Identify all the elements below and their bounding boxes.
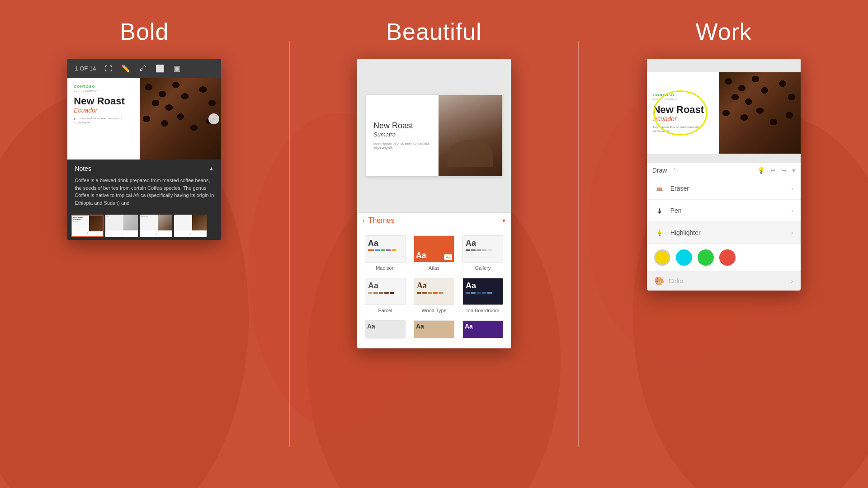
theme-more-2[interactable]: Aa [410, 317, 458, 345]
eraser-icon [654, 183, 665, 194]
theme-ion-boardroom-label: Ion Boardroom [467, 308, 500, 313]
theme-parcel-preview: Aa [365, 278, 406, 305]
themes-dropdown-icon[interactable]: ▾ [502, 217, 505, 224]
eraser-tool[interactable]: Eraser › [647, 178, 801, 200]
work-slide-left: CONTOSO COFFEE COMPANY New Roast Ecuador… [647, 72, 719, 154]
theme-ion-preview: Aa [462, 278, 503, 305]
color-option[interactable]: 🎨 Color › [647, 271, 801, 291]
color-cyan[interactable] [676, 249, 692, 266]
work-contoso-logo: CONTOSO [653, 93, 713, 97]
color-option-arrow: › [791, 277, 793, 285]
thumbnail-4[interactable]: 4 [174, 215, 207, 237]
color-option-label: Color [669, 277, 684, 285]
notes-panel: Notes ▲ Coffee is a brewed drink prepare… [67, 160, 221, 212]
work-phone: CONTOSO COFFEE COMPANY New Roast Ecuador… [647, 59, 801, 291]
beautiful-section: Beautiful New Roast Sumatra Lorem ipsum … [290, 0, 579, 488]
pen-icon[interactable]: ✏️ [121, 64, 130, 73]
theme-woodtype-label: Wood Type [421, 308, 446, 313]
draw-toolbar: Draw ⌃ 💡 ↩ ↪ ▾ [647, 163, 801, 178]
notes-text: Coffee is a brewed drink prepared from r… [75, 177, 214, 206]
color-green[interactable] [698, 249, 714, 266]
beautiful-slide-body: Lorem ipsum dolor sit amet, consectetur … [373, 141, 431, 150]
theme-madison-label: Madison [376, 265, 395, 271]
highlight-icon[interactable]: 🖊 [139, 65, 146, 73]
present-icon[interactable]: ▣ [174, 64, 180, 73]
theme-parcel[interactable]: Aa Parcel [361, 274, 410, 317]
themes-bar: ‹ Themes ▾ [357, 212, 511, 228]
thumbnail-1[interactable]: New RoastEcuador Ecuador 1 [71, 215, 104, 237]
beautiful-phone: New Roast Sumatra Lorem ipsum dolor sit … [357, 59, 511, 348]
svg-rect-6 [658, 188, 660, 191]
theme-woodtype[interactable]: Aa Wood Type [410, 274, 458, 317]
contoso-sub: COFFEE COMPANY [74, 89, 133, 92]
themes-label: Themes [368, 216, 499, 225]
work-title: Work [695, 18, 751, 45]
thumbnail-3[interactable]: New Roast 3 [140, 215, 172, 237]
color-red[interactable] [719, 249, 736, 266]
draw-label: Draw [652, 167, 667, 174]
eraser-arrow: › [791, 185, 793, 192]
expand-icon[interactable]: ⛶ [105, 65, 112, 73]
lightbulb-icon[interactable]: 💡 [757, 167, 765, 174]
theme-more-2-preview: Aa [414, 320, 454, 338]
theme-more-1-preview: Aa [365, 320, 406, 338]
slide-card-right [439, 95, 502, 176]
phone-toolbar: 1 OF 14 ⛶ ✏️ 🖊 ⬜ ▣ [67, 59, 221, 78]
slide-card: New Roast Sumatra Lorem ipsum dolor sit … [366, 95, 502, 176]
slide-body: Lorem ipsum dolor sit amet, consectetur … [74, 117, 133, 124]
theme-ion-boardroom[interactable]: Aa Ion Boardroom [458, 274, 507, 317]
theme-atlas[interactable]: Aa Aa Atlas [410, 232, 458, 274]
thumbnail-2[interactable]: Aa 2 [105, 215, 138, 237]
undo-icon[interactable]: ↩ [770, 167, 776, 174]
svg-rect-12 [659, 235, 660, 236]
notes-header: Notes ▲ [75, 165, 214, 172]
slide-counter: 1 OF 14 [75, 65, 96, 72]
color-palette-icon: 🎨 [654, 276, 664, 286]
theme-more-1[interactable]: Aa [361, 317, 410, 345]
work-slide-right [719, 72, 801, 154]
notes-collapse-button[interactable]: ▲ [208, 165, 214, 172]
slide-area: CONTOSO COFFEE COMPANY New Roast Ecuador… [67, 78, 221, 160]
hands-photo [439, 95, 502, 176]
themes-back-button[interactable]: ‹ [363, 217, 365, 224]
thumbnails-strip: New RoastEcuador Ecuador 1 Aa [67, 212, 221, 240]
theme-madison-preview: Aa [365, 235, 406, 263]
work-slide-body: Lorem ipsum dolor sit amet, consectetur … [653, 125, 713, 133]
pen-tool-icon [654, 205, 665, 216]
bold-title: Bold [120, 18, 169, 45]
theme-atlas-label: Atlas [429, 265, 439, 271]
slide-card-left: New Roast Sumatra Lorem ipsum dolor sit … [366, 95, 439, 176]
color-yellow[interactable] [654, 249, 670, 266]
pen-tool[interactable]: Pen › [647, 200, 801, 222]
tool-list: Eraser › Pen › [647, 178, 801, 244]
theme-parcel-label: Parcel [378, 308, 392, 313]
draw-expand-icon[interactable]: ⌃ [672, 167, 677, 174]
pen-arrow: › [791, 207, 793, 214]
work-slide-heading: New Roast [653, 104, 713, 115]
beautiful-slide-heading: New Roast [373, 121, 431, 131]
theme-madison[interactable]: Aa Madison [361, 232, 410, 274]
work-slide-footer [647, 154, 801, 163]
main-container: Bold 1 OF 14 ⛶ ✏️ 🖊 ⬜ ▣ CONTOSO COFFEE C… [0, 0, 868, 488]
work-slide-area: CONTOSO COFFEE COMPANY New Roast Ecuador… [647, 72, 801, 154]
next-slide-button[interactable]: › [208, 113, 219, 124]
highlighter-tool[interactable]: Highlighter › [647, 222, 801, 244]
redo-icon[interactable]: ↪ [781, 167, 787, 174]
bold-section: Bold 1 OF 14 ⛶ ✏️ 🖊 ⬜ ▣ CONTOSO COFFEE C… [0, 0, 289, 488]
theme-more-3-preview: Aa [462, 320, 503, 338]
theme-gallery[interactable]: Aa Gallery [458, 232, 507, 274]
slide-subheading: Ecuador [74, 107, 133, 114]
highlighter-label: Highlighter [670, 229, 791, 236]
theme-more-3[interactable]: Aa [458, 317, 507, 345]
draw-dropdown-icon[interactable]: ▾ [792, 167, 795, 174]
work-slide-subheading: Ecuador [653, 115, 713, 122]
bold-phone: 1 OF 14 ⛶ ✏️ 🖊 ⬜ ▣ CONTOSO COFFEE COMPAN… [67, 59, 221, 240]
pen-label: Pen [670, 207, 791, 214]
work-section: Work CONTOSO COFFEE COMPANY New Roast Ec… [579, 0, 868, 488]
theme-gallery-label: Gallery [475, 265, 491, 271]
prev-slide-button[interactable]: ‹ [69, 113, 80, 124]
device-icon[interactable]: ⬜ [156, 64, 165, 73]
beautiful-title: Beautiful [386, 18, 481, 45]
theme-woodtype-preview: Aa [414, 278, 454, 305]
color-swatches [647, 244, 801, 271]
